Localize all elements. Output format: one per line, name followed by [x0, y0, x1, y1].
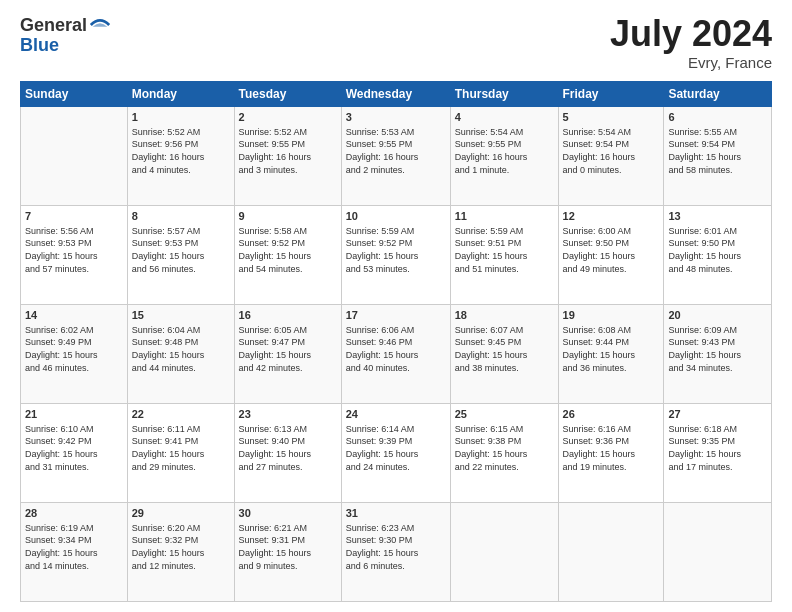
table-row: 16Sunrise: 6:05 AM Sunset: 9:47 PM Dayli…	[234, 305, 341, 404]
table-row: 2Sunrise: 5:52 AM Sunset: 9:55 PM Daylig…	[234, 107, 341, 206]
cell-content: Sunrise: 6:20 AM Sunset: 9:32 PM Dayligh…	[132, 522, 230, 572]
day-number: 26	[563, 407, 660, 422]
cell-content: Sunrise: 5:54 AM Sunset: 9:54 PM Dayligh…	[563, 126, 660, 176]
header-thursday: Thursday	[450, 82, 558, 107]
table-row	[21, 107, 128, 206]
logo-text: General Blue	[20, 16, 111, 56]
table-row: 29Sunrise: 6:20 AM Sunset: 9:32 PM Dayli…	[127, 503, 234, 602]
table-row: 24Sunrise: 6:14 AM Sunset: 9:39 PM Dayli…	[341, 404, 450, 503]
day-number: 5	[563, 110, 660, 125]
calendar-table: Sunday Monday Tuesday Wednesday Thursday…	[20, 81, 772, 602]
calendar-week-row: 28Sunrise: 6:19 AM Sunset: 9:34 PM Dayli…	[21, 503, 772, 602]
table-row: 1Sunrise: 5:52 AM Sunset: 9:56 PM Daylig…	[127, 107, 234, 206]
day-number: 6	[668, 110, 767, 125]
cell-content: Sunrise: 5:52 AM Sunset: 9:56 PM Dayligh…	[132, 126, 230, 176]
logo-icon	[89, 14, 111, 36]
table-row: 30Sunrise: 6:21 AM Sunset: 9:31 PM Dayli…	[234, 503, 341, 602]
day-number: 22	[132, 407, 230, 422]
cell-content: Sunrise: 6:16 AM Sunset: 9:36 PM Dayligh…	[563, 423, 660, 473]
cell-content: Sunrise: 6:01 AM Sunset: 9:50 PM Dayligh…	[668, 225, 767, 275]
cell-content: Sunrise: 5:52 AM Sunset: 9:55 PM Dayligh…	[239, 126, 337, 176]
cell-content: Sunrise: 5:59 AM Sunset: 9:51 PM Dayligh…	[455, 225, 554, 275]
day-number: 3	[346, 110, 446, 125]
cell-content: Sunrise: 5:54 AM Sunset: 9:55 PM Dayligh…	[455, 126, 554, 176]
table-row: 9Sunrise: 5:58 AM Sunset: 9:52 PM Daylig…	[234, 206, 341, 305]
day-number: 23	[239, 407, 337, 422]
cell-content: Sunrise: 6:08 AM Sunset: 9:44 PM Dayligh…	[563, 324, 660, 374]
table-row	[664, 503, 772, 602]
calendar-header-row: Sunday Monday Tuesday Wednesday Thursday…	[21, 82, 772, 107]
cell-content: Sunrise: 6:06 AM Sunset: 9:46 PM Dayligh…	[346, 324, 446, 374]
day-number: 18	[455, 308, 554, 323]
day-number: 20	[668, 308, 767, 323]
table-row: 31Sunrise: 6:23 AM Sunset: 9:30 PM Dayli…	[341, 503, 450, 602]
cell-content: Sunrise: 6:09 AM Sunset: 9:43 PM Dayligh…	[668, 324, 767, 374]
month-year-title: July 2024	[610, 16, 772, 52]
cell-content: Sunrise: 6:23 AM Sunset: 9:30 PM Dayligh…	[346, 522, 446, 572]
day-number: 21	[25, 407, 123, 422]
day-number: 1	[132, 110, 230, 125]
header-wednesday: Wednesday	[341, 82, 450, 107]
cell-content: Sunrise: 6:11 AM Sunset: 9:41 PM Dayligh…	[132, 423, 230, 473]
table-row: 23Sunrise: 6:13 AM Sunset: 9:40 PM Dayli…	[234, 404, 341, 503]
table-row: 5Sunrise: 5:54 AM Sunset: 9:54 PM Daylig…	[558, 107, 664, 206]
cell-content: Sunrise: 6:15 AM Sunset: 9:38 PM Dayligh…	[455, 423, 554, 473]
table-row: 3Sunrise: 5:53 AM Sunset: 9:55 PM Daylig…	[341, 107, 450, 206]
day-number: 31	[346, 506, 446, 521]
header-friday: Friday	[558, 82, 664, 107]
cell-content: Sunrise: 6:02 AM Sunset: 9:49 PM Dayligh…	[25, 324, 123, 374]
day-number: 24	[346, 407, 446, 422]
cell-content: Sunrise: 5:55 AM Sunset: 9:54 PM Dayligh…	[668, 126, 767, 176]
table-row: 7Sunrise: 5:56 AM Sunset: 9:53 PM Daylig…	[21, 206, 128, 305]
table-row: 19Sunrise: 6:08 AM Sunset: 9:44 PM Dayli…	[558, 305, 664, 404]
day-number: 2	[239, 110, 337, 125]
table-row: 10Sunrise: 5:59 AM Sunset: 9:52 PM Dayli…	[341, 206, 450, 305]
day-number: 28	[25, 506, 123, 521]
table-row: 17Sunrise: 6:06 AM Sunset: 9:46 PM Dayli…	[341, 305, 450, 404]
header-saturday: Saturday	[664, 82, 772, 107]
table-row: 11Sunrise: 5:59 AM Sunset: 9:51 PM Dayli…	[450, 206, 558, 305]
day-number: 30	[239, 506, 337, 521]
day-number: 10	[346, 209, 446, 224]
day-number: 17	[346, 308, 446, 323]
cell-content: Sunrise: 5:59 AM Sunset: 9:52 PM Dayligh…	[346, 225, 446, 275]
logo: General Blue	[20, 16, 111, 56]
location-subtitle: Evry, France	[610, 54, 772, 71]
table-row: 25Sunrise: 6:15 AM Sunset: 9:38 PM Dayli…	[450, 404, 558, 503]
calendar-week-row: 7Sunrise: 5:56 AM Sunset: 9:53 PM Daylig…	[21, 206, 772, 305]
table-row: 14Sunrise: 6:02 AM Sunset: 9:49 PM Dayli…	[21, 305, 128, 404]
day-number: 25	[455, 407, 554, 422]
logo-blue: Blue	[20, 36, 111, 56]
table-row: 20Sunrise: 6:09 AM Sunset: 9:43 PM Dayli…	[664, 305, 772, 404]
day-number: 19	[563, 308, 660, 323]
header-sunday: Sunday	[21, 82, 128, 107]
cell-content: Sunrise: 6:19 AM Sunset: 9:34 PM Dayligh…	[25, 522, 123, 572]
table-row: 22Sunrise: 6:11 AM Sunset: 9:41 PM Dayli…	[127, 404, 234, 503]
cell-content: Sunrise: 6:00 AM Sunset: 9:50 PM Dayligh…	[563, 225, 660, 275]
table-row: 13Sunrise: 6:01 AM Sunset: 9:50 PM Dayli…	[664, 206, 772, 305]
cell-content: Sunrise: 6:05 AM Sunset: 9:47 PM Dayligh…	[239, 324, 337, 374]
table-row	[558, 503, 664, 602]
day-number: 16	[239, 308, 337, 323]
header-tuesday: Tuesday	[234, 82, 341, 107]
page: General Blue July 2024 Evry, France Sund…	[0, 0, 792, 612]
cell-content: Sunrise: 6:21 AM Sunset: 9:31 PM Dayligh…	[239, 522, 337, 572]
day-number: 9	[239, 209, 337, 224]
logo-general: General	[20, 16, 87, 36]
title-section: July 2024 Evry, France	[610, 16, 772, 71]
table-row: 27Sunrise: 6:18 AM Sunset: 9:35 PM Dayli…	[664, 404, 772, 503]
header-monday: Monday	[127, 82, 234, 107]
table-row: 6Sunrise: 5:55 AM Sunset: 9:54 PM Daylig…	[664, 107, 772, 206]
day-number: 27	[668, 407, 767, 422]
day-number: 13	[668, 209, 767, 224]
day-number: 14	[25, 308, 123, 323]
table-row: 18Sunrise: 6:07 AM Sunset: 9:45 PM Dayli…	[450, 305, 558, 404]
day-number: 7	[25, 209, 123, 224]
day-number: 29	[132, 506, 230, 521]
table-row: 4Sunrise: 5:54 AM Sunset: 9:55 PM Daylig…	[450, 107, 558, 206]
calendar-week-row: 14Sunrise: 6:02 AM Sunset: 9:49 PM Dayli…	[21, 305, 772, 404]
table-row: 12Sunrise: 6:00 AM Sunset: 9:50 PM Dayli…	[558, 206, 664, 305]
cell-content: Sunrise: 5:57 AM Sunset: 9:53 PM Dayligh…	[132, 225, 230, 275]
table-row: 8Sunrise: 5:57 AM Sunset: 9:53 PM Daylig…	[127, 206, 234, 305]
cell-content: Sunrise: 6:18 AM Sunset: 9:35 PM Dayligh…	[668, 423, 767, 473]
